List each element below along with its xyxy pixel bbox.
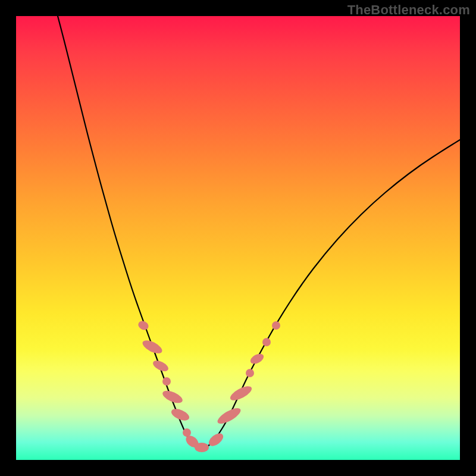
curve-marker <box>195 443 209 452</box>
curve-marker <box>262 338 271 346</box>
curve-marker <box>162 377 171 386</box>
curve-marker <box>151 358 170 373</box>
curve-marker <box>215 405 243 427</box>
chart-frame: TheBottleneck.com <box>0 0 476 476</box>
curve-marker <box>206 431 226 449</box>
bottleneck-curve <box>58 16 460 449</box>
watermark-text: TheBottleneck.com <box>347 2 470 18</box>
curve-marker <box>140 338 164 356</box>
curve-marker <box>183 428 191 437</box>
plot-area <box>16 16 460 460</box>
curve-marker <box>272 321 280 330</box>
curve-marker <box>137 320 150 332</box>
chart-overlay <box>16 16 460 460</box>
curve-marker <box>228 384 254 403</box>
curve-marker <box>249 352 265 366</box>
marker-layer <box>137 320 280 452</box>
curve-marker <box>246 369 254 377</box>
